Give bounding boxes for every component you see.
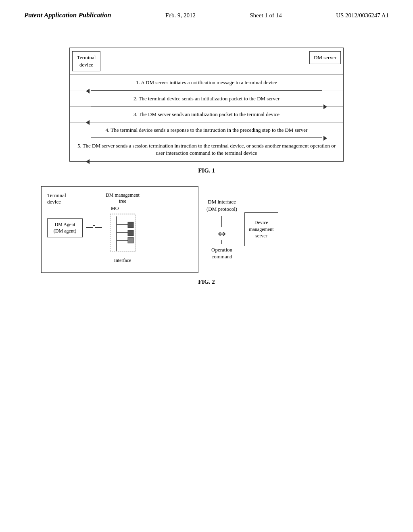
dm-agent-box: DM Agent (DM agent): [47, 218, 83, 237]
seq-step-1: 1. A DM server initiates a notification …: [70, 75, 343, 91]
sequence-diagram: Terminal device DM server 1. A DM server…: [69, 48, 344, 162]
fig1-container: Terminal device DM server 1. A DM server…: [69, 48, 344, 162]
page-header: Patent Application Publication Feb. 9, 2…: [0, 0, 413, 23]
svg-rect-5: [128, 230, 133, 236]
seq-step-4: 4. The terminal device sends a response …: [70, 123, 343, 138]
dm-server-box: DM server: [309, 51, 341, 64]
fig2-label: FIG. 2: [24, 278, 389, 285]
operation-command-label: Operation command: [211, 247, 232, 260]
fig2-area: Terminal device DM Agent (DM agent): [41, 186, 372, 273]
dm-interface-label: DM interface (DM protocol): [206, 198, 237, 213]
seq-step-3: 3. The DM server sends an initialization…: [70, 107, 343, 123]
terminal-device-outer-box: Terminal device DM Agent (DM agent): [41, 186, 198, 273]
device-management-server-box: Device management server: [244, 212, 278, 246]
publication-date: Feb. 9, 2012: [165, 12, 196, 19]
fig2-right-section: DM interface (DM protocol) ⇔ Operation c…: [206, 198, 237, 260]
svg-rect-6: [128, 237, 133, 243]
dm-management-tree-label: DM management tree: [106, 192, 140, 205]
fig1-label: FIG. 1: [24, 167, 389, 174]
seq-step-2: 2. The terminal device sends an initiali…: [70, 91, 343, 107]
terminal-device-label: Terminal device: [47, 192, 83, 206]
publication-title: Patent Application Publication: [24, 11, 111, 19]
interface-label: Interface: [114, 258, 131, 264]
page-content: Terminal device DM server 1. A DM server…: [0, 23, 413, 314]
seq-step-5: 5. The DM server sends a session termina…: [70, 138, 343, 161]
patent-number: US 2012/0036247 A1: [336, 12, 389, 19]
double-arrow-icon: ⇔: [218, 229, 226, 239]
mo-label: MO: [111, 206, 119, 212]
tree-svg: [104, 212, 141, 257]
sheet-info: Sheet 1 of 14: [250, 12, 282, 19]
svg-rect-4: [128, 222, 133, 228]
terminal-device-box: Terminal device: [72, 51, 100, 71]
